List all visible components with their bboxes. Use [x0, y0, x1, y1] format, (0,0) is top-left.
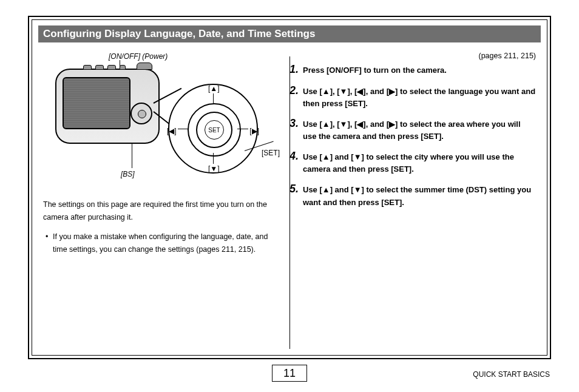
arrow-left-icon: [◀]: [354, 120, 366, 129]
note-bullet: • If you make a mistake when configuring…: [43, 231, 271, 257]
step-item: 4. Use [▲] and [▼] to select the city wh…: [290, 150, 536, 175]
arrow-right-icon: [▶]: [387, 120, 398, 129]
arrow-up-icon: [▲]: [319, 120, 333, 129]
leader-line: [213, 153, 214, 164]
footer-section-label: QUICK START BASICS: [473, 370, 550, 379]
arrow-right-icon: [▶]: [387, 87, 398, 96]
step-text: Use [▲], [▼], [◀], and [▶] to select the…: [303, 84, 536, 110]
step-number: 1.: [290, 63, 303, 76]
step-item: 5. Use [▲] and [▼] to select the summer …: [290, 183, 536, 208]
page-inner-frame: Configuring Display Language, Date, and …: [32, 19, 547, 356]
step-number: 3.: [290, 117, 303, 143]
camera-top-button-icon: [107, 65, 116, 70]
camera-screen-icon: [63, 77, 130, 129]
section-title-text: Configuring Display Language, Date, and …: [43, 28, 315, 40]
arrow-down-icon: [▼]: [351, 185, 364, 194]
arrow-down-icon: [▼]: [351, 152, 364, 161]
step-item: 3. Use [▲], [▼], [◀], and [▶] to select …: [290, 117, 536, 143]
set-button-icon: SET: [205, 120, 224, 140]
arrow-right-label: [▶]: [249, 125, 259, 137]
page-number-box: 11: [272, 365, 307, 382]
step-text: Use [▲] and [▼] to select the summer tim…: [303, 183, 536, 208]
page-outer-frame: Configuring Display Language, Date, and …: [28, 16, 551, 359]
bullet-mark-icon: •: [43, 231, 53, 257]
arrow-down-label: [▼]: [208, 163, 220, 175]
leader-line: [178, 129, 189, 129]
arrow-down-icon: [▼]: [337, 120, 350, 129]
section-title-bar: Configuring Display Language, Date, and …: [38, 25, 541, 42]
power-button-label: [ON/OFF] (Power): [109, 50, 168, 63]
page-footer: 11 QUICK START BASICS: [0, 369, 579, 387]
right-column: (pages 211, 215) 1. Press [ON/OFF] to tu…: [290, 50, 536, 349]
leader-line: [237, 129, 248, 129]
bs-button-label: [BS]: [121, 168, 135, 180]
arrow-left-label: [◀]: [167, 125, 177, 137]
content-area: [ON/OFF] (Power) [BS]: [43, 50, 536, 349]
step-number: 4.: [290, 150, 303, 175]
camera-power-button-icon: [120, 65, 126, 70]
step-text: Use [▲] and [▼] to select the city where…: [303, 150, 536, 175]
leader-line: [132, 144, 132, 168]
set-label: [SET]: [262, 147, 280, 159]
step-number: 5.: [290, 183, 303, 208]
arrow-left-icon: [◀]: [354, 87, 366, 96]
step-number: 2.: [290, 84, 303, 110]
arrow-down-icon: [▼]: [337, 87, 350, 96]
note-text: If you make a mistake when configuring t…: [53, 231, 271, 257]
camera-top-button-icon: [95, 65, 104, 70]
page-number: 11: [283, 367, 296, 380]
camera-diagram: [ON/OFF] (Power) [BS]: [48, 50, 266, 190]
instruction-steps: 1. Press [ON/OFF] to turn on the camera.…: [290, 63, 536, 208]
arrow-up-icon: [▲]: [319, 87, 333, 96]
arrow-up-icon: [▲]: [319, 185, 333, 194]
arrow-up-label: [▲]: [208, 83, 220, 95]
leader-line: [213, 93, 214, 104]
step-text: Use [▲], [▼], [◀], and [▶] to select the…: [303, 117, 536, 143]
step-item: 1. Press [ON/OFF] to turn on the camera.: [290, 63, 536, 76]
camera-shutter-icon: [137, 63, 152, 70]
intro-paragraph: The settings on this page are required t…: [43, 198, 271, 225]
camera-body-icon: [55, 69, 160, 144]
left-column: [ON/OFF] (Power) [BS]: [43, 50, 290, 349]
step-text: Press [ON/OFF] to turn on the camera.: [303, 63, 447, 76]
camera-dpad-icon: [130, 103, 152, 124]
dpad-callout: SET [▲] [▼] [◀] [▶] [SET]: [168, 84, 258, 174]
arrow-up-icon: [▲]: [319, 152, 333, 161]
camera-top-button-icon: [83, 65, 92, 70]
step-item: 2. Use [▲], [▼], [◀], and [▶] to select …: [290, 84, 536, 110]
page-reference: (pages 211, 215): [290, 50, 536, 62]
